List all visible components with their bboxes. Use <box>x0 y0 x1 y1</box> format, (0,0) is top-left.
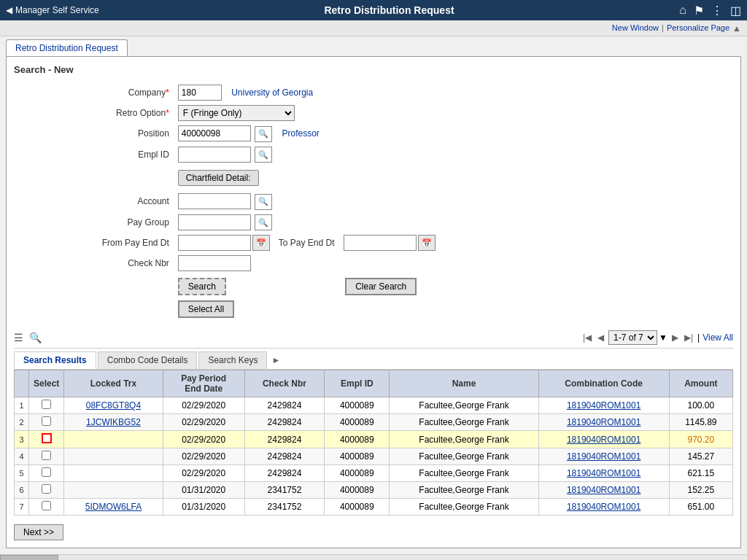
from-date-calendar-icon[interactable]: 📅 <box>252 235 270 251</box>
row-checkbox[interactable] <box>42 416 51 426</box>
name-cell-6: Facultee,George Frank <box>390 482 538 499</box>
page-selector[interactable]: 1-7 of 7 <box>608 330 657 345</box>
combo-code-cell-1[interactable]: 1819040ROM1001 <box>538 397 669 414</box>
combo-code-link[interactable]: 1819040ROM1001 <box>567 451 640 462</box>
name-cell-2: Facultee,George Frank <box>390 414 538 431</box>
locked-trx-4 <box>64 448 163 465</box>
more-icon[interactable]: ⋮ <box>711 4 723 18</box>
locked-trx-link[interactable]: 1JCWIKBG52 <box>86 417 141 427</box>
position-input[interactable] <box>178 125 251 141</box>
check-nbr-input[interactable] <box>178 255 251 271</box>
checkbox-red-icon[interactable] <box>42 433 52 443</box>
prev-page-button[interactable]: ◀ <box>596 332 605 343</box>
pay-period-5: 02/29/2020 <box>163 465 244 482</box>
row-checkbox[interactable] <box>42 400 51 409</box>
position-title: Professor <box>282 128 320 139</box>
row-checkbox[interactable] <box>42 451 51 460</box>
next-button[interactable]: Next >> <box>14 524 63 540</box>
flag-icon[interactable]: ⚑ <box>694 4 704 18</box>
combo-code-link[interactable]: 1819040ROM1001 <box>567 485 640 495</box>
account-lookup-button[interactable]: 🔍 <box>255 194 272 210</box>
tab-search-results[interactable]: Search Results <box>14 351 96 369</box>
row-checkbox[interactable] <box>42 467 51 477</box>
combo-code-link[interactable]: 1819040ROM1001 <box>567 400 640 411</box>
row-select-6[interactable] <box>29 482 64 499</box>
company-input[interactable] <box>178 85 222 101</box>
chartfield-detail-button[interactable]: Chartfield Detail: <box>178 170 259 186</box>
locked-trx-link[interactable]: 08FC8GT8Q4 <box>86 400 141 411</box>
combo-code-cell-6[interactable]: 1819040ROM1001 <box>538 482 669 499</box>
empl-id-cell-3: 4000089 <box>325 431 390 448</box>
combo-code-cell-5[interactable]: 1819040ROM1001 <box>538 465 669 482</box>
combo-code-cell-7[interactable]: 1819040ROM1001 <box>538 499 669 516</box>
check-nbr-cell-5: 2429824 <box>244 465 324 482</box>
combo-code-cell-2[interactable]: 1819040ROM1001 <box>538 414 669 431</box>
amount-cell-6: 152.25 <box>669 482 732 499</box>
search-toolbar-icon[interactable]: 🔍 <box>29 332 42 343</box>
main-tab[interactable]: Retro Distribution Request <box>6 39 128 56</box>
combo-code-link[interactable]: 1819040ROM1001 <box>567 417 640 427</box>
row-select-4[interactable] <box>29 448 64 465</box>
last-page-button[interactable]: ▶| <box>683 332 694 343</box>
settings-icon[interactable]: ☰ <box>14 332 23 343</box>
col-header-combo-code: Combination Code <box>538 370 669 397</box>
row-select-7[interactable] <box>29 499 64 516</box>
next-btn-wrapper: Next >> <box>14 520 733 540</box>
home-icon[interactable]: ⌂ <box>679 4 686 17</box>
clear-search-button[interactable]: Clear Search <box>345 278 417 295</box>
new-window-link[interactable]: New Window <box>612 23 659 34</box>
row-num-3: 3 <box>15 431 29 448</box>
col-header-amount: Amount <box>669 370 732 397</box>
tab-more-icon[interactable]: ► <box>271 355 280 365</box>
row-select-3[interactable] <box>29 431 64 448</box>
combo-code-cell-3[interactable]: 1819040ROM1001 <box>538 431 669 448</box>
view-all-link[interactable]: View All <box>703 332 733 343</box>
tab-combo-code-details[interactable]: Combo Code Details <box>98 351 198 369</box>
combo-code-cell-4[interactable]: 1819040ROM1001 <box>538 448 669 465</box>
row-select-5[interactable] <box>29 465 64 482</box>
university-name: University of Georgia <box>231 88 313 98</box>
tab-search-keys[interactable]: Search Keys <box>198 351 267 369</box>
horizontal-scrollbar[interactable] <box>0 554 747 560</box>
combo-code-link[interactable]: 1819040ROM1001 <box>567 468 640 478</box>
empl-id-lookup-button[interactable]: 🔍 <box>255 147 272 163</box>
row-select-2[interactable] <box>29 414 64 431</box>
back-label: Manager Self Service <box>15 5 99 15</box>
locked-trx-2[interactable]: 1JCWIKBG52 <box>64 414 163 431</box>
personalize-page-link[interactable]: Personalize Page <box>667 23 729 34</box>
pay-group-lookup-button[interactable]: 🔍 <box>255 214 272 230</box>
locked-trx-7[interactable]: 5IDMOW6LFA <box>64 499 163 516</box>
from-pay-end-dt-input[interactable] <box>178 235 251 251</box>
row-checkbox[interactable] <box>42 501 51 510</box>
account-input[interactable] <box>178 193 251 209</box>
first-page-button[interactable]: |◀ <box>581 332 593 343</box>
name-cell-4: Facultee,George Frank <box>390 448 538 465</box>
empl-id-cell-5: 4000089 <box>325 465 390 482</box>
scroll-thumb[interactable] <box>0 555 58 560</box>
pay-period-6: 01/31/2020 <box>163 482 244 499</box>
empl-id-input[interactable] <box>178 147 251 163</box>
to-pay-end-dt-input[interactable] <box>344 235 417 251</box>
back-button[interactable]: ◀ Manager Self Service <box>6 5 99 15</box>
second-nav-bar: New Window | Personalize Page ▲ <box>0 20 747 36</box>
pay-group-input[interactable] <box>178 214 251 230</box>
next-page-button[interactable]: ▶ <box>670 332 680 343</box>
row-select-1[interactable] <box>29 397 64 414</box>
to-date-calendar-icon[interactable]: 📅 <box>418 235 436 251</box>
locked-trx-link[interactable]: 5IDMOW6LFA <box>85 502 142 512</box>
check-nbr-cell-6: 2341752 <box>244 482 324 499</box>
check-nbr-cell-1: 2429824 <box>244 397 324 414</box>
combo-code-link[interactable]: 1819040ROM1001 <box>567 435 640 445</box>
pay-period-7: 01/31/2020 <box>163 499 244 516</box>
position-lookup-button[interactable]: 🔍 <box>255 126 272 142</box>
combo-code-link[interactable]: 1819040ROM1001 <box>567 502 640 512</box>
check-nbr-cell-2: 2429824 <box>244 414 324 431</box>
scroll-up-icon[interactable]: ▲ <box>732 23 741 34</box>
search-button[interactable]: Search <box>178 278 226 295</box>
pagination: |◀ ◀ 1-7 of 7 ▼ ▶ ▶| | View All <box>581 330 733 345</box>
grid-icon[interactable]: ◫ <box>730 4 741 18</box>
locked-trx-1[interactable]: 08FC8GT8Q4 <box>64 397 163 414</box>
row-checkbox[interactable] <box>42 484 51 494</box>
retro-option-select[interactable]: F (Fringe Only) A (All) S (Salary Only) <box>178 105 295 121</box>
select-all-button[interactable]: Select All <box>178 300 234 318</box>
